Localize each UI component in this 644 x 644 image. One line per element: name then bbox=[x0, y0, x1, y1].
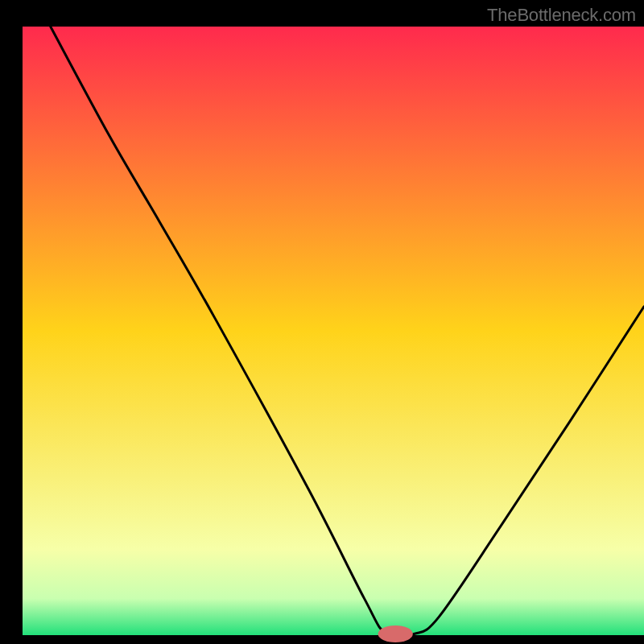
optimal-marker bbox=[378, 625, 413, 642]
chart-background bbox=[23, 27, 644, 635]
chart-svg bbox=[0, 0, 644, 644]
chart-frame: TheBottleneck.com bbox=[0, 0, 644, 644]
watermark-text: TheBottleneck.com bbox=[487, 5, 636, 26]
